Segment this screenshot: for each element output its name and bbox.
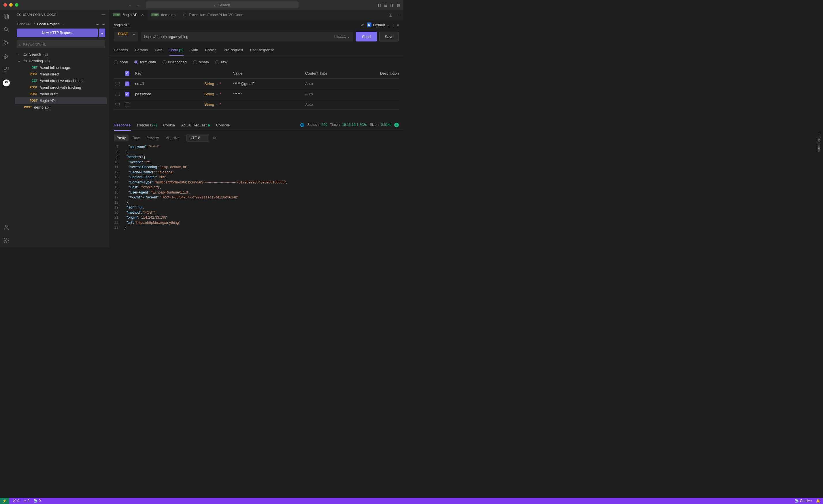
layout-right-icon[interactable]: ◨ [390, 3, 394, 7]
refresh-icon[interactable]: ⟳ [361, 23, 364, 27]
view-raw[interactable]: Raw [130, 135, 142, 142]
value-cell[interactable]: *****@gmail" [233, 81, 305, 86]
request-item[interactable]: POST/send direct with tracking [15, 84, 107, 91]
request-item[interactable]: POST/send direct [15, 71, 107, 77]
download-icon[interactable]: ↓ [394, 123, 399, 127]
back-icon[interactable]: ← [128, 3, 132, 7]
url-input[interactable]: https://httpbin.org/anything http/1.1 ⌄ [141, 32, 353, 41]
chevron-down-icon: ⌄ [17, 59, 21, 63]
cloud-up-icon[interactable]: ☁ [102, 22, 105, 26]
method-dropdown[interactable]: POST ⌄ [114, 32, 138, 41]
editor-tabs: HTTP/login API✕HTTPdemo api⊞Extension: E… [109, 10, 403, 20]
folder-search[interactable]: › 🗀 Search (2) [15, 51, 107, 58]
editor-tab[interactable]: HTTPdemo api [148, 10, 180, 20]
new-request-button[interactable]: New HTTP Request [17, 28, 98, 37]
close-icon[interactable]: ✕ [141, 13, 144, 17]
content-type-cell[interactable]: Auto [305, 102, 380, 106]
svg-point-13 [7, 82, 8, 83]
explorer-icon[interactable] [3, 13, 9, 20]
echoapi-icon[interactable] [3, 79, 10, 86]
request-item[interactable]: POST/send draft [15, 91, 107, 97]
close-window[interactable] [3, 3, 7, 7]
sidebar-more-icon[interactable]: ⋯ [102, 13, 105, 17]
drag-icon[interactable]: ⋮⋮ [114, 81, 125, 86]
view-visualize[interactable]: Visualize [163, 135, 182, 142]
breadcrumb-root[interactable]: EchoAPI [17, 22, 31, 26]
body-type-urlencoded[interactable]: urlencoded [163, 60, 187, 64]
tab-more-icon[interactable]: ⋯ [396, 13, 400, 17]
editor-tab[interactable]: ⊞Extension: EchoAPI for VS Code [180, 10, 247, 20]
content-type-cell[interactable]: Auto [305, 92, 380, 96]
breadcrumb-project[interactable]: Local Project [37, 22, 59, 26]
save-button[interactable]: Save [379, 32, 399, 41]
split-icon[interactable]: ◫ [389, 13, 392, 17]
search-nav-icon[interactable] [3, 26, 9, 33]
key-cell[interactable]: email [135, 81, 204, 86]
copy-icon[interactable]: ⧉ [213, 136, 216, 140]
environment-selector[interactable]: D Default ⌄ [367, 22, 390, 27]
layout-left-icon[interactable]: ◧ [377, 3, 381, 7]
response-tab-response[interactable]: Response [114, 121, 131, 131]
type-cell[interactable]: String⌄* [204, 102, 233, 106]
layout-bottom-icon[interactable]: ⬓ [384, 3, 387, 7]
select-all-checkbox[interactable]: ✓ [125, 71, 129, 76]
chevron-down-icon[interactable]: ⌄ [61, 22, 64, 26]
response-tab-cookie[interactable]: Cookie [163, 121, 175, 131]
response-tab-console[interactable]: Console [216, 121, 230, 131]
request-tab-pre-request[interactable]: Pre-request [223, 46, 243, 56]
body-type-none[interactable]: none [114, 60, 128, 64]
send-button[interactable]: Send [356, 32, 377, 41]
request-tab-auth[interactable]: Auth [190, 46, 198, 56]
filter-input[interactable]: ⌕ Keyword/URL [17, 40, 105, 48]
forward-icon[interactable]: → [136, 3, 140, 7]
request-demo-api[interactable]: POST demo api [15, 104, 107, 110]
row-checkbox[interactable]: ✓ [125, 81, 129, 86]
request-tab-headers[interactable]: Headers [114, 46, 128, 56]
window-controls [3, 3, 18, 7]
layout-grid-icon[interactable]: ▦ [396, 3, 400, 7]
editor-tab[interactable]: HTTP/login API✕ [109, 10, 148, 20]
debug-icon[interactable] [3, 53, 9, 59]
body-type-form-data[interactable]: form-data [134, 60, 156, 64]
response-body[interactable]: 7 "password": "******"8 },9 "headers": {… [109, 145, 403, 247]
request-item[interactable]: GET/send direct w/ attachment [15, 77, 107, 84]
request-tab-path[interactable]: Path [155, 46, 163, 56]
search-icon: ⌕ [19, 42, 21, 46]
minimize-window[interactable] [9, 3, 13, 7]
response-tab-actual-request[interactable]: Actual Request [181, 121, 210, 131]
request-item[interactable]: POST/login API [15, 97, 107, 104]
request-item[interactable]: GET/send inline image [15, 64, 107, 71]
extensions-icon[interactable] [3, 66, 9, 72]
type-cell[interactable]: String⌄* [204, 92, 233, 96]
response-tab-headers[interactable]: Headers (7) [137, 121, 157, 131]
svg-point-12 [5, 82, 6, 83]
view-preview[interactable]: Preview [144, 135, 162, 142]
command-search[interactable]: ⌕ Search [146, 1, 299, 8]
content-type-cell[interactable]: Auto [305, 81, 380, 86]
new-request-dropdown[interactable]: ⌄ [99, 28, 105, 37]
row-checkbox[interactable] [125, 102, 129, 107]
encoding-dropdown[interactable]: UTF-8 [186, 134, 209, 142]
request-tab-post-response[interactable]: Post-response [250, 46, 274, 56]
account-icon[interactable] [3, 224, 9, 230]
menu-icon[interactable]: ≡ [396, 23, 399, 27]
git-icon[interactable] [3, 40, 9, 46]
body-type-raw[interactable]: raw [215, 60, 227, 64]
svg-point-14 [5, 225, 7, 227]
maximize-window[interactable] [15, 3, 18, 7]
body-type-binary[interactable]: binary [193, 60, 209, 64]
view-pretty[interactable]: Pretty [114, 135, 129, 142]
settings-icon[interactable] [3, 237, 9, 244]
drag-icon[interactable]: ⋮⋮ [114, 92, 125, 96]
row-checkbox[interactable]: ✓ [125, 92, 129, 96]
request-tab-body[interactable]: Body (2) [169, 46, 184, 56]
sidebar-title: ECHOAPI FOR VS CODE [17, 13, 56, 16]
drag-icon[interactable]: ⋮⋮ [114, 102, 125, 106]
request-tab-cookie[interactable]: Cookie [205, 46, 217, 56]
cloud-down-icon[interactable]: ☁ [96, 22, 99, 26]
value-cell[interactable]: ****** [233, 92, 305, 96]
folder-sending[interactable]: ⌄ 🗀 Sending (6) [15, 58, 107, 64]
key-cell[interactable]: password [135, 92, 204, 96]
request-tab-params[interactable]: Params [135, 46, 148, 56]
type-cell[interactable]: String⌄* [204, 81, 233, 86]
